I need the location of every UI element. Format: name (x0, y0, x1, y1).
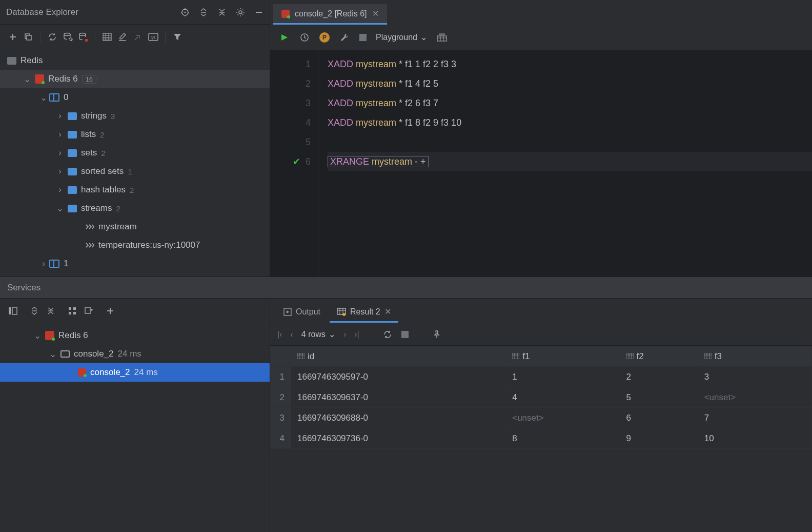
minimize-icon[interactable] (254, 8, 263, 17)
table-cell[interactable]: 10 (698, 428, 811, 449)
table-cell[interactable]: 8 (506, 428, 620, 449)
table-cell[interactable]: 1669746309597-0 (291, 367, 506, 387)
rows-dropdown[interactable]: 4 rows ⌄ (301, 329, 335, 339)
profile-badge[interactable]: P (319, 32, 330, 43)
table-cell[interactable]: 1669746309637-0 (291, 387, 506, 408)
jump-icon[interactable] (132, 31, 144, 43)
table-cell[interactable]: 1 (506, 367, 620, 387)
query-console-icon[interactable]: QL (148, 31, 159, 43)
table-row[interactable]: 21669746309637-045<unset> (271, 387, 812, 408)
expand-all-icon[interactable] (199, 8, 208, 17)
tree-root-redis[interactable]: Redis (0, 51, 270, 70)
last-page-icon[interactable]: ›| (354, 330, 359, 339)
tree-database-1[interactable]: › 1 (0, 254, 270, 273)
gear-icon[interactable] (236, 8, 245, 17)
row-number: 4 (271, 428, 291, 449)
table-cell[interactable]: 1669746309736-0 (291, 428, 506, 449)
table-icon[interactable] (102, 31, 113, 43)
add-icon[interactable] (7, 31, 18, 43)
filter-tree-icon[interactable] (83, 305, 94, 317)
table-row[interactable]: 41669746309736-08910 (271, 428, 812, 449)
tab-console-2[interactable]: console_2 [Redis 6] ✕ (273, 4, 387, 25)
refresh-icon[interactable] (47, 31, 58, 43)
history-icon[interactable] (299, 32, 310, 43)
tree-group-sorted-sets[interactable]: › sorted sets 1 (0, 162, 270, 181)
folder-icon (68, 112, 77, 120)
tab-result-2[interactable]: Result 2 ✕ (330, 302, 398, 323)
pin-icon[interactable] (431, 329, 442, 340)
svg-rect-24 (512, 353, 519, 359)
stop-icon[interactable] (401, 331, 409, 338)
add-icon[interactable] (105, 305, 116, 317)
redis-icon (45, 331, 54, 340)
table-cell[interactable]: 3 (698, 367, 811, 387)
dropdown-label: Playground (376, 33, 417, 42)
column-header[interactable]: f1 (506, 346, 620, 367)
row-number-header (271, 346, 291, 367)
tree-item[interactable]: temperatures:us-ny:10007 (0, 236, 270, 254)
table-cell[interactable]: 7 (698, 408, 811, 428)
duplicate-icon[interactable] (23, 31, 34, 43)
expand-all-icon[interactable] (29, 305, 40, 317)
services-console-group[interactable]: ⌄ console_2 24 ms (0, 345, 270, 363)
table-cell[interactable]: 9 (620, 428, 698, 449)
table-row[interactable]: 11669746309597-0123 (271, 367, 812, 387)
layout-icon[interactable] (7, 305, 18, 317)
db-refresh-icon[interactable] (62, 31, 73, 43)
tree-group-lists[interactable]: › lists 2 (0, 125, 270, 144)
first-page-icon[interactable]: |‹ (277, 330, 282, 339)
close-icon[interactable]: ✕ (372, 9, 379, 18)
tree-label: hash tables (81, 185, 126, 195)
next-page-icon[interactable]: › (343, 330, 346, 339)
close-icon[interactable]: ✕ (384, 307, 391, 317)
chevron-down-icon: ⌄ (40, 92, 47, 103)
grid-icon[interactable] (67, 305, 78, 317)
table-cell[interactable]: <unset> (698, 387, 811, 408)
tree-connection[interactable]: ⌄ Redis 6 16 (0, 70, 270, 88)
svg-rect-14 (12, 307, 17, 314)
mode-dropdown[interactable]: Playground ⌄ (376, 32, 427, 42)
tab-output[interactable]: Output (276, 302, 328, 323)
services-connection[interactable]: ⌄ Redis 6 (0, 326, 270, 345)
tree-group-hash-tables[interactable]: › hash tables 2 (0, 181, 270, 199)
svg-rect-17 (69, 312, 71, 314)
refresh-icon[interactable] (382, 329, 393, 340)
stop-icon[interactable] (359, 34, 367, 41)
target-icon[interactable] (180, 8, 190, 17)
tree-item[interactable]: mystream (0, 218, 270, 236)
stream-icon (85, 223, 94, 230)
column-header[interactable]: f3 (698, 346, 811, 367)
table-cell[interactable]: 1669746309688-0 (291, 408, 506, 428)
settings-table-icon[interactable] (436, 32, 448, 43)
svg-rect-8 (103, 33, 111, 41)
table-cell[interactable]: 5 (620, 387, 698, 408)
column-header[interactable]: id (291, 346, 506, 367)
table-cell[interactable]: 4 (506, 387, 620, 408)
table-cell[interactable]: 2 (620, 367, 698, 387)
database-icon (51, 260, 59, 268)
database-explorer-panel: Database Explorer QL Redis (0, 0, 270, 277)
prev-page-icon[interactable]: ‹ (290, 330, 293, 339)
result-table[interactable]: idf1f2f3 11669746309597-0123216697463096… (270, 346, 812, 449)
edit-icon[interactable] (117, 31, 128, 43)
tree-group-strings[interactable]: › strings 3 (0, 107, 270, 125)
table-row[interactable]: 31669746309688-0<unset>67 (271, 408, 812, 428)
editor-panel: console_2 [Redis 6] ✕ P Playground ⌄ 123… (270, 0, 812, 277)
redis-icon (78, 368, 86, 377)
editor-code[interactable]: XADD mystream * f1 1 f2 2 f3 3XADD mystr… (318, 50, 812, 277)
chevron-down-icon: ⌄ (34, 330, 41, 341)
services-console-run[interactable]: console_2 24 ms (0, 363, 270, 382)
tree-group-sets[interactable]: › sets 2 (0, 144, 270, 162)
run-icon[interactable] (278, 32, 290, 43)
collapse-all-icon[interactable] (45, 305, 56, 317)
table-cell[interactable]: 6 (620, 408, 698, 428)
filter-icon[interactable] (172, 31, 183, 43)
tree-database-0[interactable]: ⌄ 0 (0, 88, 270, 107)
collapse-all-icon[interactable] (217, 8, 227, 17)
db-stop-icon[interactable] (77, 31, 89, 43)
tree-group-streams[interactable]: ⌄ streams 2 (0, 199, 270, 218)
table-cell[interactable]: <unset> (506, 408, 620, 428)
wrench-icon[interactable] (339, 32, 350, 43)
column-header[interactable]: f2 (620, 346, 698, 367)
code-editor[interactable]: 12345✔6 XADD mystream * f1 1 f2 2 f3 3XA… (270, 50, 812, 277)
